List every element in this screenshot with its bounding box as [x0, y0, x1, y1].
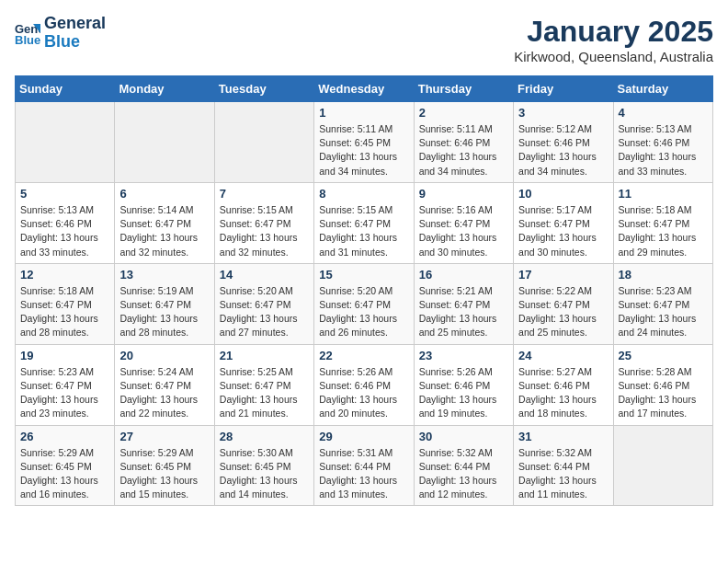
logo-icon: General Blue [15, 20, 40, 46]
calendar-cell: 2Sunrise: 5:11 AMSunset: 6:46 PMDaylight… [414, 102, 513, 183]
day-number: 2 [419, 106, 508, 120]
weekday-header-thursday: Thursday [414, 76, 513, 102]
day-number: 18 [619, 268, 708, 282]
calendar-cell: 14Sunrise: 5:20 AMSunset: 6:47 PMDayligh… [214, 263, 313, 344]
day-number: 27 [119, 430, 209, 443]
page-header: General Blue General Blue January 2025 K… [15, 15, 713, 64]
calendar-cell: 6Sunrise: 5:14 AMSunset: 6:47 PMDaylight… [115, 182, 214, 263]
day-info: Sunrise: 5:12 AMSunset: 6:46 PMDaylight:… [518, 122, 608, 178]
calendar-cell: 7Sunrise: 5:15 AMSunset: 6:47 PMDaylight… [214, 182, 313, 263]
day-info: Sunrise: 5:18 AMSunset: 6:47 PMDaylight:… [20, 284, 109, 340]
weekday-header-saturday: Saturday [613, 76, 712, 102]
day-number: 28 [220, 430, 309, 443]
day-number: 30 [419, 430, 508, 443]
day-info: Sunrise: 5:15 AMSunset: 6:47 PMDaylight:… [319, 203, 408, 259]
day-info: Sunrise: 5:29 AMSunset: 6:45 PMDaylight:… [119, 446, 209, 502]
calendar-cell: 21Sunrise: 5:25 AMSunset: 6:47 PMDayligh… [214, 344, 313, 425]
day-number: 24 [518, 349, 608, 362]
day-info: Sunrise: 5:32 AMSunset: 6:44 PMDaylight:… [518, 446, 608, 502]
calendar-cell: 9Sunrise: 5:16 AMSunset: 6:47 PMDaylight… [414, 182, 513, 263]
calendar-cell: 5Sunrise: 5:13 AMSunset: 6:46 PMDaylight… [16, 182, 115, 263]
calendar-cell: 17Sunrise: 5:22 AMSunset: 6:47 PMDayligh… [514, 263, 613, 344]
calendar-cell [16, 102, 115, 183]
day-number: 29 [319, 430, 408, 443]
calendar-cell: 30Sunrise: 5:32 AMSunset: 6:44 PMDayligh… [414, 425, 513, 506]
logo-text: General Blue [44, 15, 106, 52]
day-number: 8 [319, 187, 408, 201]
calendar-cell: 19Sunrise: 5:23 AMSunset: 6:47 PMDayligh… [16, 344, 115, 425]
calendar-cell: 31Sunrise: 5:32 AMSunset: 6:44 PMDayligh… [514, 425, 613, 506]
calendar-week-row: 1Sunrise: 5:11 AMSunset: 6:45 PMDaylight… [16, 102, 713, 183]
day-number: 22 [319, 349, 408, 362]
calendar-table: SundayMondayTuesdayWednesdayThursdayFrid… [15, 75, 713, 506]
weekday-header-tuesday: Tuesday [214, 76, 313, 102]
day-info: Sunrise: 5:27 AMSunset: 6:46 PMDaylight:… [518, 365, 608, 421]
day-info: Sunrise: 5:32 AMSunset: 6:44 PMDaylight:… [419, 446, 508, 502]
day-number: 9 [419, 187, 508, 201]
month-title: January 2025 [514, 15, 713, 49]
day-info: Sunrise: 5:31 AMSunset: 6:44 PMDaylight:… [319, 446, 408, 502]
day-info: Sunrise: 5:24 AMSunset: 6:47 PMDaylight:… [119, 365, 209, 421]
day-info: Sunrise: 5:29 AMSunset: 6:45 PMDaylight:… [20, 446, 109, 502]
calendar-week-row: 26Sunrise: 5:29 AMSunset: 6:45 PMDayligh… [16, 425, 713, 506]
day-number: 6 [119, 187, 209, 201]
calendar-cell: 27Sunrise: 5:29 AMSunset: 6:45 PMDayligh… [115, 425, 214, 506]
day-number: 21 [220, 349, 309, 362]
day-info: Sunrise: 5:21 AMSunset: 6:47 PMDaylight:… [419, 284, 508, 340]
calendar-cell: 13Sunrise: 5:19 AMSunset: 6:47 PMDayligh… [115, 263, 214, 344]
day-info: Sunrise: 5:18 AMSunset: 6:47 PMDaylight:… [619, 203, 708, 259]
calendar-cell: 1Sunrise: 5:11 AMSunset: 6:45 PMDaylight… [314, 102, 414, 183]
calendar-cell: 25Sunrise: 5:28 AMSunset: 6:46 PMDayligh… [613, 344, 712, 425]
day-number: 17 [518, 268, 608, 282]
day-number: 16 [419, 268, 508, 282]
calendar-cell: 3Sunrise: 5:12 AMSunset: 6:46 PMDaylight… [514, 102, 613, 183]
svg-text:Blue: Blue [15, 33, 40, 46]
logo: General Blue General Blue [15, 15, 106, 52]
day-number: 19 [20, 349, 109, 362]
calendar-cell [613, 425, 712, 506]
day-number: 31 [518, 430, 608, 443]
calendar-cell: 10Sunrise: 5:17 AMSunset: 6:47 PMDayligh… [514, 182, 613, 263]
day-info: Sunrise: 5:19 AMSunset: 6:47 PMDaylight:… [119, 284, 209, 340]
calendar-week-row: 12Sunrise: 5:18 AMSunset: 6:47 PMDayligh… [16, 263, 713, 344]
day-info: Sunrise: 5:13 AMSunset: 6:46 PMDaylight:… [619, 122, 708, 178]
calendar-cell: 23Sunrise: 5:26 AMSunset: 6:46 PMDayligh… [414, 344, 513, 425]
day-info: Sunrise: 5:23 AMSunset: 6:47 PMDaylight:… [20, 365, 109, 421]
day-number: 14 [220, 268, 309, 282]
weekday-header-row: SundayMondayTuesdayWednesdayThursdayFrid… [16, 76, 713, 102]
title-block: January 2025 Kirkwood, Queensland, Austr… [514, 15, 713, 64]
calendar-cell: 22Sunrise: 5:26 AMSunset: 6:46 PMDayligh… [314, 344, 414, 425]
day-info: Sunrise: 5:11 AMSunset: 6:46 PMDaylight:… [419, 122, 508, 178]
calendar-cell: 8Sunrise: 5:15 AMSunset: 6:47 PMDaylight… [314, 182, 414, 263]
calendar-week-row: 19Sunrise: 5:23 AMSunset: 6:47 PMDayligh… [16, 344, 713, 425]
weekday-header-sunday: Sunday [16, 76, 115, 102]
calendar-cell: 24Sunrise: 5:27 AMSunset: 6:46 PMDayligh… [514, 344, 613, 425]
day-info: Sunrise: 5:28 AMSunset: 6:46 PMDaylight:… [619, 365, 708, 421]
day-number: 3 [518, 106, 608, 120]
day-info: Sunrise: 5:30 AMSunset: 6:45 PMDaylight:… [220, 446, 309, 502]
day-info: Sunrise: 5:13 AMSunset: 6:46 PMDaylight:… [20, 203, 109, 259]
calendar-cell: 18Sunrise: 5:23 AMSunset: 6:47 PMDayligh… [613, 263, 712, 344]
day-info: Sunrise: 5:20 AMSunset: 6:47 PMDaylight:… [220, 284, 309, 340]
weekday-header-monday: Monday [115, 76, 214, 102]
day-number: 13 [119, 268, 209, 282]
calendar-cell: 12Sunrise: 5:18 AMSunset: 6:47 PMDayligh… [16, 263, 115, 344]
weekday-header-wednesday: Wednesday [314, 76, 414, 102]
day-number: 1 [319, 106, 408, 120]
calendar-week-row: 5Sunrise: 5:13 AMSunset: 6:46 PMDaylight… [16, 182, 713, 263]
day-number: 10 [518, 187, 608, 201]
day-info: Sunrise: 5:26 AMSunset: 6:46 PMDaylight:… [419, 365, 508, 421]
calendar-cell: 20Sunrise: 5:24 AMSunset: 6:47 PMDayligh… [115, 344, 214, 425]
day-info: Sunrise: 5:22 AMSunset: 6:47 PMDaylight:… [518, 284, 608, 340]
day-number: 5 [20, 187, 109, 201]
calendar-cell: 4Sunrise: 5:13 AMSunset: 6:46 PMDaylight… [613, 102, 712, 183]
calendar-cell: 29Sunrise: 5:31 AMSunset: 6:44 PMDayligh… [314, 425, 414, 506]
calendar-cell: 11Sunrise: 5:18 AMSunset: 6:47 PMDayligh… [613, 182, 712, 263]
day-number: 20 [119, 349, 209, 362]
weekday-header-friday: Friday [514, 76, 613, 102]
day-info: Sunrise: 5:11 AMSunset: 6:45 PMDaylight:… [319, 122, 408, 178]
day-info: Sunrise: 5:17 AMSunset: 6:47 PMDaylight:… [518, 203, 608, 259]
day-info: Sunrise: 5:25 AMSunset: 6:47 PMDaylight:… [220, 365, 309, 421]
day-number: 25 [619, 349, 708, 362]
calendar-cell: 16Sunrise: 5:21 AMSunset: 6:47 PMDayligh… [414, 263, 513, 344]
